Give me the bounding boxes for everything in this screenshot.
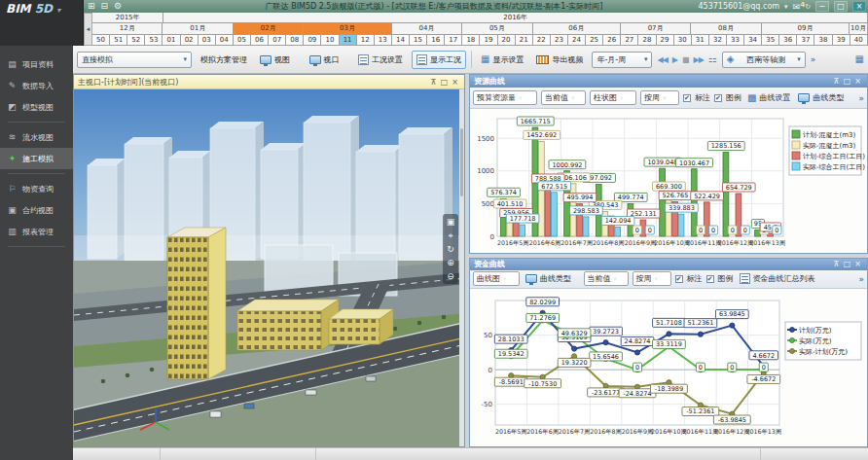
resource-metric-select[interactable]: 预算资源量▾ (473, 90, 537, 105)
time-unit-select[interactable]: 年-月-周▾ (592, 52, 652, 68)
value-mode-select[interactable]: 当前值▾ (541, 90, 586, 105)
timeline-week-cell[interactable]: 10 (321, 35, 339, 46)
pin-icon[interactable]: ⊼ (831, 260, 842, 268)
simulation-scheme-button[interactable]: 模拟方案管理 (197, 51, 251, 69)
annotate-checkbox[interactable]: ✔ (683, 94, 691, 102)
period-select[interactable]: 按周▾ (640, 90, 679, 105)
panel-overflow-button[interactable]: » (858, 93, 864, 103)
pin-icon[interactable]: ⊼ (831, 77, 842, 86)
timeline-week-cell[interactable]: 30 (674, 35, 692, 46)
timeline-week-cell[interactable]: 52 (127, 35, 145, 46)
timeline-week-cell[interactable]: 22 (533, 35, 551, 46)
timeline-week-cell[interactable]: 29 (657, 35, 674, 46)
timeline-week-cell[interactable]: 33 (727, 35, 744, 46)
sidebar-item-项目资料[interactable]: ▤项目资料 (0, 53, 73, 75)
timeline-week-cell[interactable]: 15 (410, 35, 427, 46)
timeline-week-cell[interactable]: 31 (692, 35, 709, 46)
simulation-mode-select[interactable]: 直接模拟▾ (77, 52, 192, 68)
timeline-week-cell[interactable]: 04 (216, 35, 234, 46)
timeline-week-cell[interactable]: 13 (375, 35, 392, 46)
value-mode-select[interactable]: 当前值▾ (584, 271, 629, 286)
timeline-week-cell[interactable]: 39 (833, 35, 850, 46)
mail-icon[interactable]: ✉4 (793, 2, 801, 12)
chart-style-select[interactable]: 曲线图▾ (473, 271, 520, 286)
close-icon[interactable]: × (852, 77, 863, 86)
camera-view-select[interactable]: ◈ 西南等轴测▾ (722, 52, 806, 68)
account-email[interactable]: 453715601@qq.com (698, 2, 779, 11)
3d-scene[interactable]: ▣⌖↻⊕⊖ (74, 89, 464, 446)
minimize-button[interactable]: ─ (815, 1, 829, 12)
legend-checkbox[interactable]: ✔ (706, 275, 714, 283)
timeline-scroll-left[interactable]: ◂ (84, 13, 92, 46)
model-tool-icon[interactable]: ▣ (447, 217, 455, 227)
sidebar-item-模型视图[interactable]: ◩模型视图 (0, 96, 73, 118)
curve-type-button[interactable]: 曲线类型▾ (524, 273, 580, 284)
display-settings-button[interactable]: ▦显示设置 (477, 51, 527, 69)
timeline-week-cell[interactable]: 37 (797, 35, 814, 46)
timeline-week-cell[interactable]: 25 (586, 35, 603, 46)
timeline-week-cell[interactable]: 53 (145, 35, 163, 46)
fast-forward-button[interactable]: ▶▶ (694, 55, 704, 64)
account-caret-icon[interactable]: ▾ (784, 3, 788, 11)
sidebar-item-施工模拟[interactable]: ✦施工模拟 (0, 148, 73, 169)
timeline-week-cell[interactable]: 28 (638, 35, 656, 46)
toolbar-overflow-button[interactable]: » (811, 54, 816, 64)
sidebar-item-流水视图[interactable]: ≋流水视图 (0, 126, 73, 148)
timeline-week-cell[interactable]: 06 (251, 35, 269, 46)
stop-button[interactable]: ■ (682, 55, 689, 64)
sidebar-item-合约视图[interactable]: ▣合约视图 (0, 199, 73, 221)
zoom-out-tool-icon[interactable]: ⊖ (447, 271, 454, 281)
maximize-icon[interactable]: □ (439, 78, 450, 87)
timeline-week-cell[interactable]: 38 (814, 35, 832, 46)
chart-style-select[interactable]: 柱状图▾ (590, 90, 636, 105)
panel-overflow-button[interactable]: » (858, 274, 864, 284)
sidebar-item-物资查询[interactable]: ⚐物资查询 (0, 178, 73, 199)
timeline-week-cell[interactable]: 20 (498, 35, 516, 46)
sync-icon[interactable]: ↻ (805, 3, 811, 11)
timeline-week-cell[interactable]: 35 (762, 35, 779, 46)
legend-checkbox[interactable]: ✔ (714, 94, 722, 102)
rewind-button[interactable]: ◀◀ (657, 55, 667, 64)
timeline-week-cell[interactable]: 18 (462, 35, 480, 46)
timeline-week-cell[interactable]: 27 (621, 35, 638, 46)
period-select[interactable]: 按周▾ (633, 271, 671, 286)
timeline-week-cell[interactable]: 09 (304, 35, 321, 46)
timeline-week-cell[interactable]: 36 (779, 35, 797, 46)
timeline-week-cell[interactable]: 03 (199, 35, 216, 46)
close-button[interactable]: × (852, 1, 866, 12)
timeline-week-cell[interactable]: 17 (445, 35, 462, 46)
animation-track-icon[interactable]: ⚏ (708, 54, 717, 64)
timeline-week-cell[interactable]: 21 (516, 35, 533, 46)
annotate-checkbox[interactable]: ✔ (675, 275, 683, 283)
orbit-tool-icon[interactable]: ↻ (447, 244, 454, 254)
curve-settings-button[interactable]: ▩曲线设置 (745, 92, 792, 103)
timeline-week-cell[interactable]: 24 (568, 35, 586, 46)
pin-icon[interactable]: ⊼ (428, 78, 439, 87)
timeline-week-cell[interactable]: 16 (427, 35, 445, 46)
maximize-icon[interactable]: □ (842, 77, 852, 86)
close-icon[interactable]: × (450, 78, 460, 87)
maximize-icon[interactable]: □ (842, 260, 852, 268)
timeline-week-cell[interactable]: 51 (110, 35, 127, 46)
zoom-in-tool-icon[interactable]: ⊕ (447, 258, 454, 267)
app-logo[interactable]: BIM 5D ▾ (0, 0, 84, 46)
timeline-week-cell[interactable]: 12 (357, 35, 375, 46)
timeline-week-cell[interactable]: 02 (181, 35, 199, 46)
export-video-button[interactable]: 导出视频 (532, 51, 587, 69)
timeline-week-cell[interactable]: 08 (286, 35, 304, 46)
timeline-week-cell[interactable]: 50 (92, 35, 110, 46)
curve-type-button[interactable]: 曲线类型 (796, 92, 846, 103)
pan-tool-icon[interactable]: ⌖ (448, 230, 452, 240)
capital-summary-button[interactable]: 资金曲线汇总列表 (738, 273, 817, 284)
timeline-week-cell[interactable]: 23 (551, 35, 568, 46)
timeline-week-cell[interactable]: 19 (480, 35, 497, 46)
show-condition-button[interactable]: 显示工况 (412, 51, 466, 69)
condition-settings-button[interactable]: 工况设置 (354, 51, 407, 69)
timeline-week-cell[interactable]: 40 (850, 35, 868, 46)
timeline-week-cell[interactable]: 26 (603, 35, 621, 46)
play-button[interactable]: ▶ (672, 55, 677, 64)
frames-icon[interactable]: ▦ (855, 54, 864, 64)
maximize-button[interactable]: □ (834, 1, 848, 12)
timeline-week-cell[interactable]: 14 (392, 35, 410, 46)
timeline-week-cell[interactable]: 01 (163, 35, 180, 46)
